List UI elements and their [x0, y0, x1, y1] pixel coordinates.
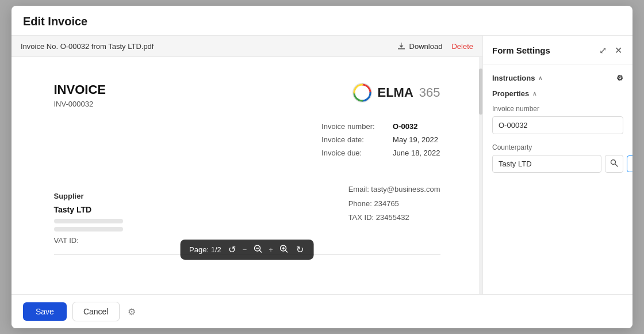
elma-365-text: 365 [419, 85, 440, 100]
left-panel: Invoice No. O-00032 from Tasty LTD.pdf D… [12, 36, 483, 294]
counterparty-input[interactable] [492, 155, 601, 173]
page-label: Page: 1/2 [189, 245, 221, 254]
file-actions: Download Delete [397, 41, 473, 51]
svg-point-8 [611, 160, 616, 165]
gear-icon[interactable]: ⚙ [616, 74, 623, 82]
invoice-number-field: Invoice number [492, 105, 623, 134]
invoice-detail-due: Invoice due: June 18, 2022 [321, 149, 440, 157]
supplier-label: Supplier [54, 192, 123, 200]
tax-row: TAX ID: 23455432 [348, 211, 440, 225]
counterparty-field: Counterparty + Create [492, 143, 623, 173]
invoice-top: INVOICE INV-000032 [54, 82, 440, 108]
create-button[interactable]: + Create [627, 155, 632, 172]
blurred-line-2 [54, 227, 123, 231]
file-bar: Invoice No. O-00032 from Tasty LTD.pdf D… [12, 36, 482, 57]
zoom-in-button[interactable] [279, 245, 289, 255]
download-icon [397, 41, 406, 51]
invoice-number-input[interactable] [492, 116, 623, 134]
invoice-detail-date: Invoice date: May 19, 2022 [321, 135, 440, 144]
svg-line-9 [615, 164, 618, 166]
edit-invoice-modal: Edit Invoice Invoice No. O-00032 from Ta… [12, 6, 632, 328]
search-icon [610, 159, 618, 167]
save-button[interactable]: Save [23, 302, 67, 321]
right-panel-header-icons: ⤢ ✕ [598, 44, 623, 57]
phone-row: Phone: 234765 [348, 197, 440, 211]
elma-logo: ELMA 365 [352, 82, 440, 103]
right-panel-body: Instructions ∧ ⚙ Properties ∧ Invoice nu… [483, 64, 632, 294]
right-panel-title: Form Settings [492, 45, 550, 55]
zoom-out-button[interactable] [252, 245, 263, 255]
properties-section-label[interactable]: Properties ∧ [492, 89, 623, 98]
cancel-button[interactable]: Cancel [72, 302, 120, 321]
redo-button[interactable]: ↻ [295, 244, 305, 255]
instructions-chevron-icon: ∧ [538, 75, 542, 81]
blurred-line-1 [54, 219, 123, 223]
supplier-name: Tasty LTD [54, 205, 123, 214]
scroll-bar[interactable] [479, 57, 482, 294]
modal-footer: Save Cancel ⚙ [12, 294, 632, 328]
svg-line-3 [259, 251, 261, 252]
elma-text: ELMA [377, 85, 413, 100]
elma-logo-icon [352, 82, 373, 103]
invoice-title-block: INVOICE INV-000032 [54, 82, 106, 108]
modal-header: Edit Invoice [12, 6, 632, 36]
file-name-label: Invoice No. O-00032 from Tasty LTD.pdf [21, 42, 154, 51]
delete-button[interactable]: Delete [451, 42, 473, 51]
vat-row: VAT ID: [54, 236, 123, 245]
modal-overlay: Edit Invoice Invoice No. O-00032 from Ta… [0, 0, 644, 334]
invoice-details: Invoice number: O-0032 Invoice date: May… [321, 122, 440, 157]
invoice-number-label: Invoice number [492, 105, 623, 113]
expand-button[interactable]: ⤢ [598, 44, 608, 57]
properties-chevron-icon: ∧ [532, 90, 536, 97]
invoice-heading: INVOICE [54, 82, 106, 97]
download-button[interactable]: Download [397, 41, 443, 51]
right-panel-header: Form Settings ⤢ ✕ [483, 36, 632, 64]
svg-point-0 [353, 84, 371, 102]
invoice-number: INV-000032 [54, 100, 106, 108]
close-button[interactable]: ✕ [614, 44, 623, 57]
footer-settings-icon[interactable]: ⚙ [128, 306, 136, 317]
counterparty-label: Counterparty [492, 143, 623, 151]
counterparty-search-button[interactable] [605, 155, 623, 173]
instructions-section-label[interactable]: Instructions ∧ ⚙ [492, 74, 623, 82]
svg-line-7 [286, 251, 288, 252]
contact-block: Email: tasty@business.com Phone: 234765 … [348, 183, 440, 245]
invoice-details-wrapper: Invoice number: O-0032 Invoice date: May… [54, 122, 440, 171]
pdf-viewer[interactable]: INVOICE INV-000032 [12, 57, 482, 294]
modal-title: Edit Invoice [23, 15, 87, 28]
supplier-section: Supplier Tasty LTD VAT ID: [54, 192, 123, 245]
invoice-detail-number: Invoice number: O-0032 [321, 122, 440, 131]
email-row: Email: tasty@business.com [348, 183, 440, 197]
modal-body: Invoice No. O-00032 from Tasty LTD.pdf D… [12, 36, 632, 294]
scroll-thumb [479, 69, 482, 115]
counterparty-row: + Create [492, 155, 623, 173]
right-panel: Form Settings ⤢ ✕ Instructions ∧ ⚙ [483, 36, 632, 294]
zoom-out-icon [254, 245, 262, 253]
zoom-in-icon [280, 245, 288, 253]
pdf-controls: Page: 1/2 ↺ − + [180, 240, 314, 260]
undo-button[interactable]: ↺ [227, 244, 237, 255]
supplier-contact-row: Supplier Tasty LTD VAT ID: Email: tasty@… [54, 183, 440, 245]
